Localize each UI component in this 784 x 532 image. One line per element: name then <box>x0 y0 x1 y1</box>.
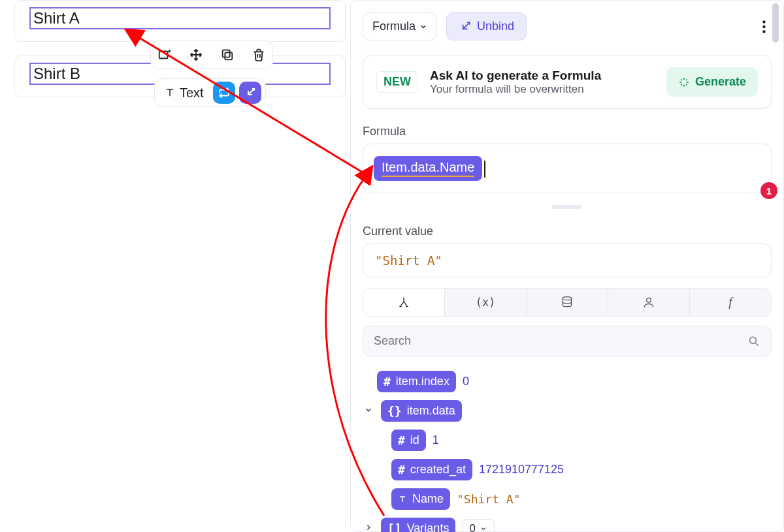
tree-chip-name[interactable]: Name <box>391 488 450 510</box>
generate-button[interactable]: Generate <box>666 67 758 97</box>
unbind-label: Unbind <box>477 20 514 33</box>
sparkle-icon <box>678 76 690 88</box>
formula-chip-prefix: Item.data. <box>382 160 440 177</box>
binding-pill[interactable] <box>239 82 261 104</box>
element-tag-row: Text <box>154 78 266 107</box>
svg-point-7 <box>647 298 651 302</box>
side-panel: Formula Unbind NEW Ask AI to generate a … <box>350 0 784 532</box>
text-type-tag[interactable]: Text <box>159 83 209 103</box>
database-icon <box>561 296 574 309</box>
repeat-pill[interactable] <box>213 82 235 104</box>
tab-functions[interactable]: f <box>690 289 771 316</box>
search-icon <box>747 335 760 348</box>
context-icon <box>397 296 410 309</box>
ai-title: Ask AI to generate a Formula <box>430 69 601 83</box>
svg-rect-2 <box>223 50 230 57</box>
tree-value-variants[interactable]: 0 <box>462 519 494 533</box>
svg-rect-0 <box>159 52 168 59</box>
add-component-icon[interactable] <box>154 44 176 66</box>
variable-icon: (x) <box>476 296 496 309</box>
text-icon <box>398 495 407 504</box>
search-box[interactable] <box>363 326 772 356</box>
formula-chip-name: Name <box>440 160 474 177</box>
unbind-button[interactable]: Unbind <box>446 12 527 40</box>
tree-caret-variants[interactable] <box>363 522 374 532</box>
tree-chip-item-index[interactable]: #item.index <box>377 371 456 392</box>
function-icon: f <box>728 295 732 309</box>
tree-chip-id[interactable]: #id <box>391 430 426 451</box>
tree-value-name: "Shirt A" <box>457 492 521 506</box>
binding-type-select[interactable]: Formula <box>363 12 437 40</box>
editor-caret <box>484 161 485 178</box>
new-badge: NEW <box>376 71 418 93</box>
current-value: "Shirt A" <box>363 243 772 277</box>
tree-value-item-index: 0 <box>463 375 469 388</box>
svg-rect-1 <box>225 52 232 59</box>
formula-editor[interactable]: Item.data.Name 1 <box>363 144 772 193</box>
binding-type-label: Formula <box>372 20 416 33</box>
unbind-icon <box>459 20 472 33</box>
tab-database[interactable] <box>527 289 608 316</box>
search-input[interactable] <box>374 334 747 348</box>
canvas-item-text[interactable]: Shirt A <box>29 7 331 29</box>
move-icon[interactable] <box>185 44 207 66</box>
delete-icon[interactable] <box>248 44 270 66</box>
svg-point-6 <box>563 297 571 300</box>
svg-point-5 <box>762 30 765 33</box>
kebab-icon <box>762 20 766 33</box>
generate-label: Generate <box>695 75 746 89</box>
panel-menu-button[interactable] <box>756 19 772 35</box>
svg-point-8 <box>749 337 756 343</box>
chevron-down-icon <box>480 525 487 533</box>
tree-caret-item-data[interactable] <box>363 404 374 418</box>
tab-user[interactable] <box>608 289 690 316</box>
tab-variables[interactable]: (x) <box>445 289 527 316</box>
canvas-item-0[interactable]: Shirt A <box>14 0 346 42</box>
tree-chip-variants[interactable]: []Variants <box>381 518 455 532</box>
tree-value-created-at: 1721910777125 <box>479 463 564 477</box>
editor-canvas: Shirt A Shirt B Text <box>0 0 346 532</box>
tree-chip-item-data[interactable]: {}item.data <box>381 400 462 422</box>
data-tree: #item.index 0 {}item.data #id 1 #created… <box>363 367 772 532</box>
duplicate-icon[interactable] <box>216 44 238 66</box>
element-toolbar <box>150 40 276 69</box>
svg-point-4 <box>762 25 765 27</box>
svg-point-3 <box>762 20 765 23</box>
current-value-label: Current value <box>363 225 772 238</box>
ai-generate-box: NEW Ask AI to generate a Formula Your fo… <box>363 55 772 109</box>
formula-chip[interactable]: Item.data.Name <box>374 156 482 181</box>
ai-subtitle: Your formula will be overwritten <box>430 83 601 96</box>
tree-value-id: 1 <box>433 433 439 447</box>
tree-chip-created-at[interactable]: #created_at <box>391 459 472 480</box>
resize-grip[interactable] <box>552 205 582 209</box>
panel-scrollbar[interactable] <box>770 3 781 529</box>
tab-context[interactable] <box>363 289 445 316</box>
data-tabs: (x) f <box>363 288 772 317</box>
user-icon <box>642 296 655 309</box>
formula-section-label: Formula <box>363 125 772 138</box>
chevron-down-icon <box>419 23 427 31</box>
text-type-tag-label: Text <box>180 86 204 101</box>
